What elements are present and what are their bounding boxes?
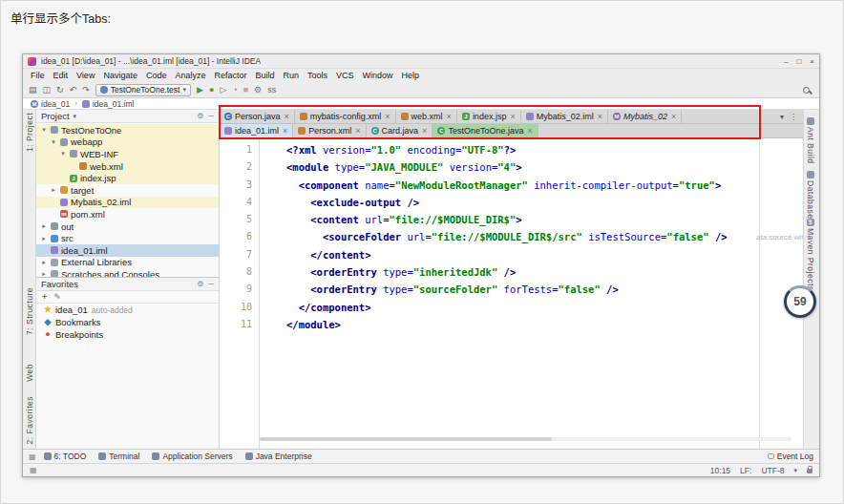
tree-arrow[interactable]: ▸ xyxy=(40,222,48,230)
tree-arrow[interactable]: ▾ xyxy=(50,138,57,146)
close-button[interactable]: × xyxy=(810,57,814,66)
tree-arrow[interactable]: ▸ xyxy=(40,270,48,277)
tab-close-icon[interactable]: × xyxy=(598,112,602,121)
tab-close-icon[interactable]: × xyxy=(671,112,676,121)
scrollbar-thumb[interactable] xyxy=(260,437,552,441)
tree-item-web-inf[interactable]: ▾WEB-INF xyxy=(36,148,219,160)
undo-icon[interactable]: ↶ xyxy=(70,86,77,94)
add-icon[interactable]: + xyxy=(42,292,47,302)
open-icon[interactable]: ▤ xyxy=(29,86,37,94)
run-icon[interactable]: ▶ xyxy=(197,86,203,94)
maximize-button[interactable]: □ xyxy=(796,57,801,66)
tab-close-icon[interactable]: × xyxy=(385,112,390,121)
menu-window[interactable]: Window xyxy=(359,71,397,80)
tab-card-java[interactable]: CCard.java× xyxy=(367,124,433,137)
favorites-item-bookmarks[interactable]: ◆Bookmarks xyxy=(36,316,219,328)
menu-edit[interactable]: Edit xyxy=(50,71,73,80)
menu-tools[interactable]: Tools xyxy=(304,71,331,80)
edit-icon[interactable]: ✎ xyxy=(53,292,61,302)
menu-code[interactable]: Code xyxy=(142,71,171,80)
tab-close-icon[interactable]: × xyxy=(527,126,532,136)
sync-icon[interactable]: ↻ xyxy=(56,86,64,94)
menu-file[interactable]: File xyxy=(27,71,49,80)
toolwindow-button-java-enterprise[interactable]: Java Enterprise xyxy=(245,452,312,461)
tab-person-xml[interactable]: Person.xml× xyxy=(293,124,366,137)
breadcrumb-item-idea-01[interactable]: Midea_01 xyxy=(31,99,70,109)
tree-arrow[interactable]: ▸ xyxy=(40,259,48,266)
menu-analyze[interactable]: Analyze xyxy=(171,71,209,80)
show-hidden-tabs-icon[interactable]: ▾ xyxy=(780,113,784,121)
tree-arrow[interactable]: ▸ xyxy=(50,186,57,194)
chevron-down-icon[interactable]: ▾ xyxy=(74,113,77,120)
tool-button-web[interactable]: Web xyxy=(25,364,34,382)
horizontal-scrollbar[interactable] xyxy=(260,437,791,441)
minimize-button[interactable]: – xyxy=(784,57,788,66)
tree-item-index-jsp[interactable]: Jindex.jsp xyxy=(36,172,219,184)
tab-web-xml[interactable]: web.xml× xyxy=(396,110,457,123)
debug-icon[interactable]: ● xyxy=(209,86,214,94)
favorites-item-breakpoints[interactable]: ●Breakpoints xyxy=(36,328,219,341)
hide-panel-icon[interactable]: ─ xyxy=(208,280,214,288)
stop-icon[interactable]: ■ xyxy=(243,86,248,94)
tab-close-icon[interactable]: × xyxy=(285,112,289,121)
tree-arrow[interactable]: ▾ xyxy=(40,126,48,134)
tab-idea-01-iml[interactable]: idea_01.iml× xyxy=(220,124,293,137)
menu-refactor[interactable]: Refactor xyxy=(210,71,250,80)
menu-vcs[interactable]: VCS xyxy=(332,71,358,80)
tree-item-out[interactable]: ▸out xyxy=(36,220,219,233)
profiler-icon[interactable]: ◔ xyxy=(232,86,237,94)
tree-item-webapp[interactable]: ▾webapp xyxy=(36,136,219,149)
tool-button-maven-projects[interactable]: mMaven Projects xyxy=(806,217,815,291)
tree-item-target[interactable]: ▸target xyxy=(36,184,219,197)
tool-button-database[interactable]: Database xyxy=(806,169,815,219)
run-config-select[interactable]: TestOneToOne.test ▾ xyxy=(95,84,191,96)
menu-view[interactable]: View xyxy=(73,71,98,80)
tab-mybatis-02-iml[interactable]: Mybatis_02.iml× xyxy=(521,110,608,123)
tree-item-pom-xml[interactable]: mpom.xml xyxy=(36,208,219,220)
save-all-icon[interactable]: ◫ xyxy=(43,86,52,94)
redo-icon[interactable]: ↷ xyxy=(82,86,90,94)
favorites-item-idea-01[interactable]: ★idea_01auto-added xyxy=(36,304,219,316)
menu-help[interactable]: Help xyxy=(398,71,424,80)
tool-button-7-structure[interactable]: 7: Structure xyxy=(25,287,34,335)
toolwindow-button-terminal[interactable]: Terminal xyxy=(98,452,139,461)
tab-close-icon[interactable]: × xyxy=(422,126,427,136)
tree-item-scratches-and-consoles[interactable]: ▸Scratches and Consoles xyxy=(36,268,219,277)
lock-icon[interactable] xyxy=(807,469,812,473)
line-separator-indicator[interactable]: LF: xyxy=(740,466,751,475)
tab-close-icon[interactable]: × xyxy=(447,112,452,121)
tool-button-ant-build[interactable]: Ant Build xyxy=(806,116,815,164)
search-everywhere-icon[interactable] xyxy=(803,87,810,94)
reading-progress-badge[interactable]: 59 xyxy=(784,285,816,318)
toolwindow-quick-access-icon[interactable]: ▦ xyxy=(30,466,37,474)
tree-item-idea-01-iml[interactable]: idea_01.iml xyxy=(36,244,219,257)
breadcrumb-item-idea-01-iml[interactable]: idea_01.iml xyxy=(82,99,134,109)
tab-testonetoone-java[interactable]: CTestOneToOne.java× xyxy=(433,124,538,137)
tab-close-icon[interactable]: × xyxy=(283,126,287,136)
editor-options-icon[interactable]: ⋮ xyxy=(790,113,797,121)
tree-arrow[interactable]: ▾ xyxy=(59,150,67,158)
tree-item-testonetoone[interactable]: ▾TestOneToOne xyxy=(36,124,219,136)
tool-button-2-favorites[interactable]: 2: Favorites xyxy=(25,396,34,444)
collapse-all-icon[interactable]: ─ xyxy=(208,112,214,120)
tab-person-java[interactable]: CPerson.java× xyxy=(220,110,295,123)
tab-close-icon[interactable]: × xyxy=(510,112,515,121)
tree-item-external-libraries[interactable]: ▸External Libraries xyxy=(36,257,219,269)
tab-index-jsp[interactable]: Jindex.jsp× xyxy=(457,110,521,123)
toolwindow-button-6-todo[interactable]: 6: TODO xyxy=(44,452,87,461)
menu-build[interactable]: Build xyxy=(251,71,278,80)
tab-close-icon[interactable]: × xyxy=(355,126,360,136)
toolwindow-button-application-servers[interactable]: Application Servers xyxy=(152,452,232,461)
settings-icon[interactable]: ⚙ xyxy=(254,86,262,94)
menu-run[interactable]: Run xyxy=(280,71,304,80)
editor-code[interactable]: <?xml version="1.0" encoding="UTF-8"?><m… xyxy=(260,138,803,449)
tree-item-mybatis-02-iml[interactable]: Mybatis_02.iml xyxy=(36,197,219,209)
file-encoding[interactable]: UTF-8 xyxy=(761,466,784,475)
tree-item-web-xml[interactable]: web.xml xyxy=(36,160,219,173)
tab-mybatis-02[interactable]: MMybatis_02× xyxy=(608,110,682,123)
event-log-button[interactable]: Event Log xyxy=(768,452,813,461)
tree-arrow[interactable]: ▸ xyxy=(40,235,48,242)
tree-item-src[interactable]: ▸src xyxy=(36,232,219,244)
run-coverage-icon[interactable]: ▷ xyxy=(220,86,226,94)
settings-icon[interactable]: ⚙ xyxy=(197,280,203,288)
